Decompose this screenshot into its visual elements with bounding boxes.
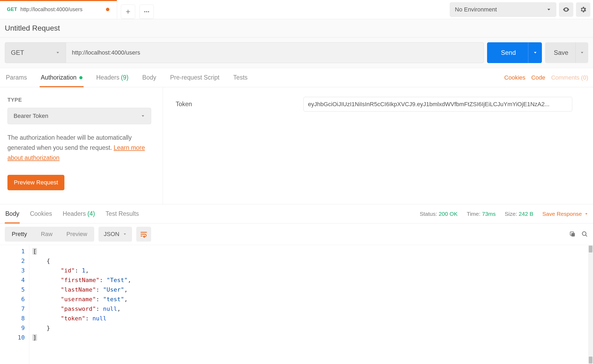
response-tabs-row: Body Cookies Headers (4) Test Results St…: [0, 204, 593, 224]
settings-button[interactable]: [576, 2, 590, 17]
auth-type-dropdown[interactable]: Bearer Token: [7, 108, 151, 124]
save-options-button[interactable]: [575, 42, 588, 63]
size-value: 242 B: [519, 211, 533, 217]
status-group: Status: 200 OK: [420, 211, 458, 217]
tab-authorization[interactable]: Authorization: [40, 68, 83, 87]
request-tabs-row: Params Authorization Headers (9) Body Pr…: [0, 68, 593, 87]
svg-point-2: [148, 11, 149, 12]
resp-tab-headers-label: Headers: [63, 210, 86, 217]
token-value-input[interactable]: eyJhbGciOiJIUzI1NiIsInR5cCI6IkpXVCJ9.eyJ…: [303, 97, 572, 111]
method-dropdown[interactable]: GET: [5, 42, 66, 63]
svg-point-0: [144, 11, 145, 12]
url-input[interactable]: http://localhost:4000/users: [66, 42, 484, 63]
link-code[interactable]: Code: [531, 74, 545, 81]
time-group: Time: 73ms: [467, 211, 496, 217]
tab-action-buttons: [117, 5, 154, 19]
auth-note: The authorization header will be automat…: [7, 133, 155, 163]
view-raw[interactable]: Raw: [34, 227, 59, 242]
auth-active-dot: [79, 76, 83, 79]
tab-params[interactable]: Params: [5, 68, 28, 87]
send-options-button[interactable]: [528, 42, 542, 63]
scroll-thumb-bottom[interactable]: [589, 357, 592, 363]
svg-point-5: [582, 232, 586, 235]
tab-prerequest[interactable]: Pre-request Script: [169, 68, 220, 87]
wrap-lines-button[interactable]: [136, 227, 151, 242]
chevron-down-icon: [123, 232, 127, 236]
request-tab[interactable]: GET http://localhost:4000/users: [0, 0, 117, 19]
search-response-button[interactable]: [581, 231, 588, 238]
link-cookies[interactable]: Cookies: [504, 74, 525, 81]
preview-request-button[interactable]: Preview Request: [7, 175, 64, 190]
tab-headers-count: (9): [121, 74, 128, 81]
view-mode-segment: Pretty Raw Preview: [5, 227, 94, 242]
auth-note-text: The authorization header will be automat…: [7, 134, 132, 151]
save-response-button[interactable]: Save Response: [542, 211, 588, 217]
resp-tab-headers[interactable]: Headers (4): [62, 204, 96, 223]
vertical-scrollbar[interactable]: [588, 245, 593, 364]
tab-title: http://localhost:4000/users: [20, 6, 83, 13]
response-tabs: Body Cookies Headers (4) Test Results: [5, 204, 139, 223]
top-bar: GET http://localhost:4000/users No Envir…: [0, 0, 593, 19]
tab-body[interactable]: Body: [141, 68, 157, 87]
wrap-icon: [140, 230, 147, 238]
svg-rect-3: [571, 233, 575, 237]
chevron-down-icon: [584, 212, 588, 216]
gear-icon: [579, 6, 587, 13]
view-preview[interactable]: Preview: [59, 227, 94, 242]
tab-headers-label: Headers: [96, 74, 120, 81]
status-value: 200 OK: [439, 211, 458, 217]
environment-quicklook-button[interactable]: [559, 2, 573, 17]
tabs-area: GET http://localhost:4000/users: [0, 0, 154, 19]
size-label: Size:: [505, 211, 517, 217]
time-value: 73ms: [482, 211, 496, 217]
format-dropdown[interactable]: JSON: [98, 227, 132, 242]
code-content[interactable]: [ { "id": 1, "firstName": "Test", "lastN…: [29, 245, 593, 364]
copy-response-button[interactable]: [569, 231, 576, 238]
view-pretty[interactable]: Pretty: [5, 227, 34, 242]
tab-method: GET: [7, 7, 17, 12]
tab-dirty-indicator: [106, 8, 109, 11]
line-number-gutter: 12345678910: [0, 245, 29, 364]
link-comments[interactable]: Comments (0): [551, 74, 588, 81]
response-meta: Status: 200 OK Time: 73ms Size: 242 B Sa…: [420, 211, 588, 217]
resp-tab-testresults[interactable]: Test Results: [105, 204, 139, 223]
more-horizontal-icon: [143, 9, 150, 15]
time-label: Time:: [467, 211, 480, 217]
eye-icon: [562, 6, 570, 13]
method-value: GET: [11, 49, 24, 56]
tab-options-button[interactable]: [139, 5, 154, 19]
url-row: GET http://localhost:4000/users Send Sav…: [0, 38, 593, 68]
format-value: JSON: [104, 231, 120, 238]
token-value-text: eyJhbGciOiJIUzI1NiIsInR5cCI6IkpXVCJ9.eyJ…: [308, 101, 550, 108]
send-button[interactable]: Send: [487, 42, 530, 63]
environment-dropdown[interactable]: No Environment: [450, 2, 556, 17]
search-icon: [581, 231, 588, 238]
auth-type-label: TYPE: [7, 97, 155, 103]
status-label: Status:: [420, 211, 437, 217]
top-right-controls: No Environment: [450, 2, 593, 17]
size-group: Size: 242 B: [505, 211, 533, 217]
save-button[interactable]: Save: [545, 42, 577, 63]
response-body-editor: 12345678910 [ { "id": 1, "firstName": "T…: [0, 245, 593, 364]
chevron-down-icon: [56, 51, 60, 55]
resp-tab-body[interactable]: Body: [5, 204, 20, 223]
new-tab-button[interactable]: [121, 5, 135, 19]
resp-tab-cookies[interactable]: Cookies: [29, 204, 52, 223]
auth-left: TYPE Bearer Token The authorization head…: [0, 87, 163, 204]
environment-selected: No Environment: [455, 6, 497, 13]
resp-tab-headers-count: (4): [87, 210, 95, 217]
response-toolbar-right: [569, 231, 588, 238]
plus-icon: [125, 9, 131, 15]
request-name[interactable]: Untitled Request: [0, 19, 593, 38]
tab-headers[interactable]: Headers (9): [95, 68, 130, 87]
chevron-down-icon: [533, 51, 537, 55]
save-response-label: Save Response: [542, 211, 582, 217]
chevron-down-icon: [141, 114, 145, 118]
scroll-thumb-top[interactable]: [589, 246, 592, 253]
tab-authorization-label: Authorization: [41, 74, 76, 81]
tab-active-indicator: [0, 0, 117, 1]
response-toolbar: Pretty Raw Preview JSON: [0, 224, 593, 245]
tab-tests[interactable]: Tests: [232, 68, 249, 87]
request-tabs: Params Authorization Headers (9) Body Pr…: [5, 68, 249, 87]
copy-icon: [569, 231, 576, 238]
